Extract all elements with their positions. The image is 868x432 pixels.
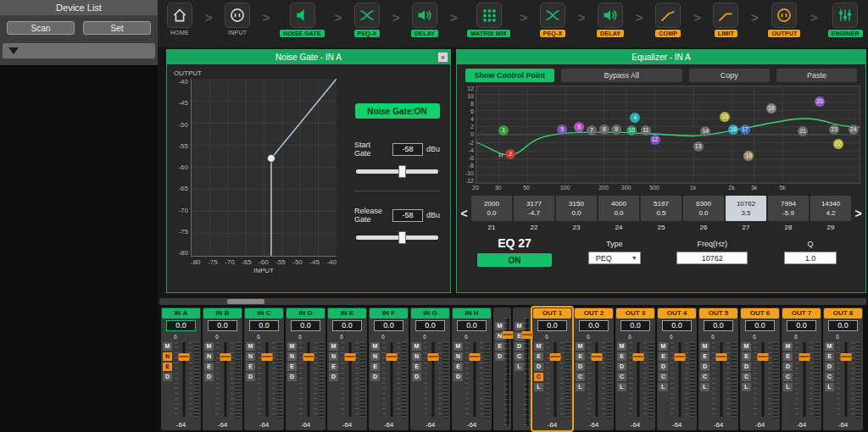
channel-d-button[interactable]: D [453,373,463,381]
fader-handle[interactable] [427,353,438,361]
channel-fader[interactable]: 6 [381,335,401,418]
toolbar-step-delay-output[interactable]: DELAY [595,3,626,37]
device-dropdown[interactable] [3,43,155,58]
fader-handle[interactable] [469,353,480,361]
channel-l-button[interactable]: L [700,383,709,391]
eq-control-point-16[interactable]: 16 [728,125,738,135]
channel-e-button[interactable]: E [246,363,255,371]
fader-handle[interactable] [549,353,560,361]
toolbar-step-noise-gate[interactable]: NOISE GATE [280,3,325,37]
channel-fader[interactable]: 6 [670,335,689,418]
channel-n-button[interactable]: N [163,352,172,361]
channel-header[interactable]: IN C [245,308,283,318]
channel-header[interactable]: IN H [453,308,491,318]
channel-d-button[interactable]: D [287,373,297,381]
channel-m-button[interactable]: M [204,342,214,351]
channel-e-button[interactable]: E [534,352,543,361]
channel-fader[interactable]: 6 [628,335,648,418]
channel-e-button[interactable]: E [329,363,338,371]
eq-control-point-10[interactable]: 10 [626,125,637,136]
channel-m-button[interactable]: M [825,342,834,351]
eq-band-24[interactable]: 40000.024 [598,196,639,231]
band-freq-input[interactable] [676,252,748,264]
channel-fader[interactable]: 6 [465,335,484,418]
fader-handle[interactable] [798,353,810,361]
horizontal-scrollbar[interactable] [159,298,866,305]
release-gate-input[interactable] [392,209,423,222]
channel-gain-value[interactable]: 0.0 [457,320,487,331]
copy-button[interactable]: Copy [689,69,770,82]
toolbar-step-home[interactable]: HOME [164,3,195,36]
channel-fader[interactable]: 6 [298,335,318,418]
eq-band-25[interactable]: 51970.525 [641,196,682,231]
channel-e-button[interactable]: E [412,363,421,371]
channel-header[interactable]: OUT 4 [658,308,696,318]
channel-fader[interactable] [526,310,528,428]
eq-control-point-19[interactable]: 19 [766,103,776,114]
channel-d-button[interactable]: D [534,363,543,371]
fader-handle[interactable] [840,353,851,361]
start-gate-slider-thumb[interactable] [398,165,406,178]
fader-handle[interactable] [757,353,768,361]
eq-band-26[interactable]: 63000.026 [683,196,724,231]
channel-gain-value[interactable]: 0.0 [620,320,650,331]
fader-handle[interactable] [591,353,602,361]
eq-control-point-9[interactable]: 9 [611,125,621,135]
eq-control-point-12[interactable]: 12 [650,135,660,145]
channel-d-button[interactable]: D [576,363,585,371]
eq-control-point-8[interactable]: 8 [599,125,609,135]
channel-m-button[interactable]: M [412,342,421,351]
channel-m-button[interactable]: M [742,342,751,351]
noise-gate-on-button[interactable]: Noise Gate:ON [355,103,440,119]
channel-d-button[interactable]: D [700,363,709,371]
channel-m-button[interactable]: M [287,342,297,351]
channel-header[interactable]: OUT 3 [616,308,654,318]
channel-d-button[interactable]: D [412,373,421,381]
eq-control-point-7[interactable]: 7 [587,125,597,136]
channel-gain-value[interactable]: 0.0 [332,320,362,331]
band-next-button[interactable]: > [853,196,864,231]
channel-l-button[interactable]: L [825,383,834,391]
channel-e-button[interactable]: E [163,363,172,371]
channel-header[interactable]: IN A [162,308,200,318]
channel-l-button[interactable]: L [742,383,751,391]
channel-fader[interactable]: 6 [836,335,855,418]
channel-gain-value[interactable]: 0.0 [662,320,692,331]
scan-button[interactable]: Scan [7,21,75,35]
channel-e-button[interactable]: E [495,342,504,351]
eq-control-point-17[interactable]: 17 [740,125,750,135]
fader-handle[interactable] [521,331,532,339]
channel-header[interactable]: OUT 6 [741,308,779,318]
channel-c-button[interactable]: C [534,373,543,381]
fader-handle[interactable] [303,353,314,361]
channel-header[interactable]: OUT 5 [699,308,737,318]
fader-handle[interactable] [344,353,355,361]
toolbar-step-peq-x-input[interactable]: PEQ-X [352,3,382,37]
channel-fader[interactable]: 6 [753,335,772,418]
eq-control-point-11[interactable]: 11 [641,125,651,136]
channel-gain-value[interactable]: 0.0 [828,320,858,331]
channel-c-button[interactable]: C [825,373,834,381]
eq-control-point-13[interactable]: 13 [693,141,704,152]
channel-header[interactable]: IN B [203,308,242,318]
channel-n-button[interactable]: N [412,352,421,361]
channel-fader[interactable]: 6 [423,335,442,418]
channel-n-button[interactable]: N [287,352,297,361]
channel-gain-value[interactable]: 0.0 [208,320,237,331]
eq-control-point-1[interactable]: 1 [498,125,509,136]
channel-d-button[interactable]: D [495,352,504,361]
toolbar-step-peq-x-output[interactable]: PEQ-X [537,3,568,37]
eq-control-point-6[interactable]: 6 [574,122,584,132]
channel-header[interactable]: IN E [328,308,366,318]
channel-c-button[interactable]: C [617,373,626,381]
eq-control-point-2[interactable]: 2H [505,149,515,159]
channel-e-button[interactable]: E [576,352,585,361]
channel-d-button[interactable]: D [742,363,751,371]
channel-l-button[interactable]: L [617,383,626,391]
eq-band-cell[interactable]: 20000.0 [471,196,512,221]
channel-fader[interactable]: 6 [794,335,814,418]
eq-band-21[interactable]: 20000.021 [471,196,512,231]
fader-handle[interactable] [220,353,231,361]
bypass-all-button[interactable]: Bypass All [561,69,682,82]
channel-fader[interactable] [506,310,509,428]
